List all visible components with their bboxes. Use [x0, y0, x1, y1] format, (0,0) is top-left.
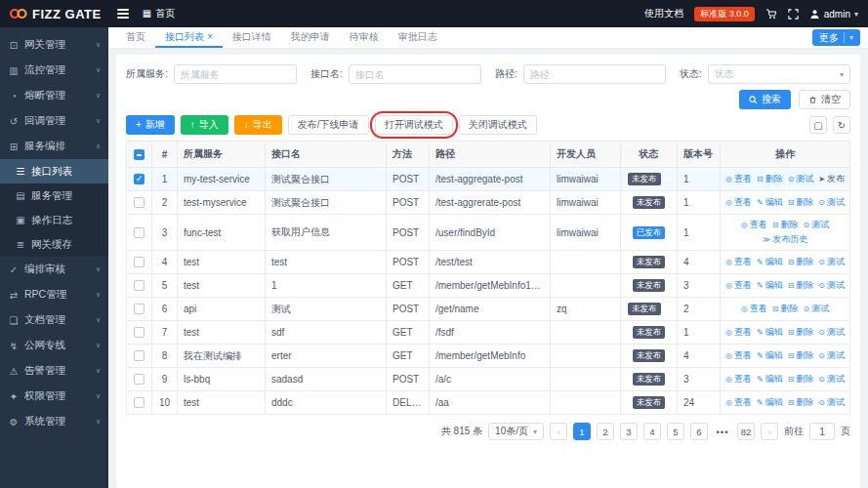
filter-status-select[interactable]: 状态▾: [708, 64, 850, 84]
view-link[interactable]: ◎查看: [725, 196, 752, 209]
row-checkbox[interactable]: [134, 374, 145, 385]
close-icon[interactable]: ×: [207, 32, 213, 42]
delete-link[interactable]: ⊟删除: [788, 256, 814, 268]
row-checkbox[interactable]: [134, 257, 145, 267]
sidebar-item-callback[interactable]: ↺回调管理∨: [0, 108, 108, 134]
row-checkbox[interactable]: [134, 397, 145, 408]
row-checkbox[interactable]: [134, 350, 145, 361]
test-link[interactable]: ⊙测试: [803, 303, 829, 315]
row-checkbox[interactable]: ✓: [134, 174, 145, 184]
delete-link[interactable]: ⊟删除: [788, 396, 814, 409]
import-button[interactable]: ↑导入: [181, 115, 228, 135]
test-link[interactable]: ⊙测试: [818, 256, 845, 268]
sidebar-item-permission[interactable]: ✦权限管理∨: [0, 384, 108, 409]
test-link[interactable]: ⊙测试: [818, 396, 845, 409]
sidebar-item-interface-list[interactable]: ☰接口列表: [0, 159, 108, 183]
next-page-button[interactable]: ›: [761, 423, 778, 440]
cart-icon[interactable]: [765, 8, 777, 20]
test-link[interactable]: ⊙测试: [818, 373, 845, 386]
page-button[interactable]: 1: [573, 423, 591, 440]
row-checkbox[interactable]: [134, 197, 145, 208]
export-button[interactable]: ↓导出: [234, 115, 282, 135]
delete-link[interactable]: ⊟删除: [788, 279, 814, 292]
row-checkbox[interactable]: [134, 280, 145, 291]
search-button[interactable]: 搜索: [739, 90, 791, 109]
edit-link[interactable]: ✎编辑: [757, 396, 783, 409]
sidebar-item-orchestration[interactable]: ⊞服务编排∧: [0, 134, 108, 159]
edit-link[interactable]: ✎编辑: [757, 256, 783, 268]
row-checkbox[interactable]: [134, 304, 145, 314]
edit-link[interactable]: ✎编辑: [757, 373, 783, 386]
open-debug-button[interactable]: 打开调试模式: [375, 115, 453, 135]
page-button[interactable]: 82: [737, 423, 755, 440]
edit-link[interactable]: ✎编辑: [757, 279, 783, 292]
view-link[interactable]: ◎查看: [725, 256, 752, 268]
tab-my-applications[interactable]: 我的申请: [281, 27, 340, 48]
test-link[interactable]: ⊙测试: [818, 326, 845, 339]
sidebar-item-gateway[interactable]: ⊡网关管理∨: [0, 32, 108, 58]
close-debug-button[interactable]: 关闭调试模式: [459, 115, 537, 135]
sidebar-item-gateway-cache[interactable]: ≣网关缓存: [0, 232, 108, 257]
tab-home[interactable]: 首页: [116, 27, 155, 48]
doc-link[interactable]: 使用文档: [644, 7, 683, 20]
test-link[interactable]: ⊙测试: [818, 349, 845, 362]
clear-button[interactable]: 清空: [799, 90, 850, 109]
delete-link[interactable]: ⊟删除: [788, 373, 814, 386]
sidebar-item-flow-control[interactable]: ▥流控管理∨: [0, 58, 108, 83]
delete-link[interactable]: ⊟删除: [788, 349, 814, 362]
filter-interface-name-input[interactable]: [349, 64, 481, 84]
delete-link[interactable]: ⊟删除: [772, 303, 799, 315]
row-checkbox[interactable]: [134, 227, 145, 238]
test-link[interactable]: ⊙测试: [818, 196, 845, 209]
view-link[interactable]: ◎查看: [725, 173, 752, 185]
filter-service-input[interactable]: [174, 64, 297, 84]
page-button[interactable]: 2: [597, 423, 614, 440]
view-link[interactable]: ◎查看: [725, 396, 752, 409]
prev-page-button[interactable]: ‹: [550, 423, 567, 440]
sidebar-item-circuit-breaker[interactable]: ◔熔断管理∨: [0, 83, 108, 108]
sidebar-item-alert[interactable]: ⚠告警管理∨: [0, 358, 108, 384]
select-all-checkbox[interactable]: [134, 149, 145, 160]
page-button[interactable]: 4: [643, 423, 661, 440]
goto-page-input[interactable]: [809, 423, 835, 440]
tab-approval-log[interactable]: 审批日志: [389, 27, 447, 48]
more-button[interactable]: 更多 ▾: [812, 29, 860, 46]
page-button[interactable]: 3: [620, 423, 638, 440]
sidebar-item-service-manage[interactable]: ▤服务管理: [0, 183, 108, 208]
edit-link[interactable]: ✎编辑: [757, 326, 783, 339]
view-link[interactable]: ◎查看: [725, 349, 752, 362]
tab-interface-list[interactable]: 接口列表×: [155, 27, 223, 48]
filter-path-input[interactable]: [523, 64, 666, 84]
page-button[interactable]: 6: [690, 423, 708, 440]
test-link[interactable]: ⊙测试: [803, 219, 829, 231]
test-link[interactable]: ⊙测试: [818, 279, 845, 292]
page-size-select[interactable]: 10条/页▾: [488, 423, 544, 440]
user-menu[interactable]: admin ▾: [809, 9, 858, 20]
add-button[interactable]: +新增: [126, 115, 175, 135]
tab-pending-review[interactable]: 待审核: [340, 27, 389, 48]
edit-link[interactable]: ✎编辑: [757, 196, 783, 209]
delete-link[interactable]: ⊟删除: [772, 219, 799, 231]
topbar-home-link[interactable]: ▦ 首页: [143, 7, 175, 20]
view-link[interactable]: ◎查看: [725, 326, 752, 339]
tab-interface-detail[interactable]: 接口详情: [223, 27, 281, 48]
row-checkbox[interactable]: [134, 327, 145, 338]
menu-toggle-icon[interactable]: [117, 7, 129, 20]
view-link[interactable]: ◎查看: [725, 279, 752, 292]
sidebar-item-system[interactable]: ⚙系统管理∨: [0, 409, 108, 434]
sidebar-item-operation-log[interactable]: ▣操作日志: [0, 208, 108, 232]
delete-link[interactable]: ⊟删除: [788, 326, 814, 339]
fullscreen-icon[interactable]: [788, 9, 799, 20]
publish-link[interactable]: ➤发布: [818, 173, 845, 185]
view-link[interactable]: ◎查看: [725, 373, 752, 386]
delete-link[interactable]: ⊟删除: [757, 173, 783, 185]
publish-offline-apply-button[interactable]: 发布/下线申请: [288, 115, 369, 135]
sidebar-item-orchestration-review[interactable]: ✓编排审核∨: [0, 257, 108, 282]
page-button[interactable]: 5: [667, 423, 684, 440]
test-link[interactable]: ⊙测试: [788, 173, 814, 185]
view-link[interactable]: ◎查看: [741, 303, 767, 315]
grid-view-button[interactable]: ▢: [809, 116, 827, 134]
view-link[interactable]: ◎查看: [741, 219, 767, 231]
sidebar-item-rpc[interactable]: ⇄RPC管理∨: [0, 282, 108, 307]
delete-link[interactable]: ⊟删除: [788, 196, 814, 209]
